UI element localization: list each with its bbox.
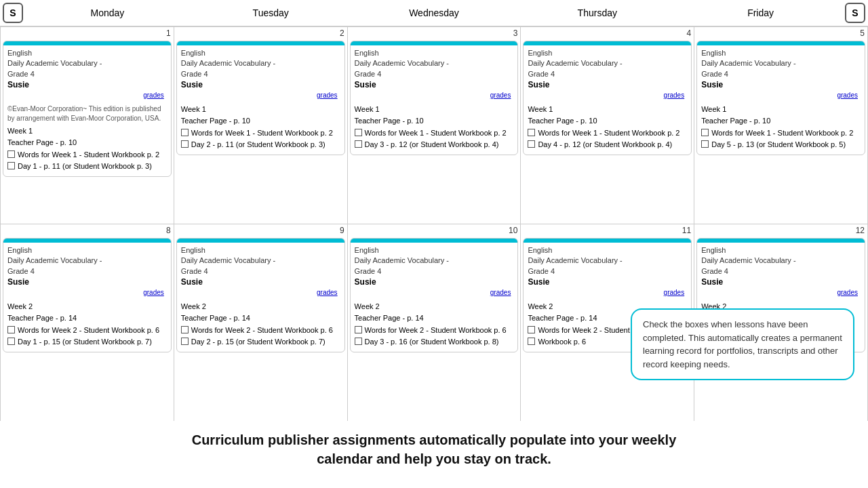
day-cell-1: 1EnglishDaily Academic Vocabulary -Grade…	[0, 27, 174, 224]
week-label: Week 1	[7, 126, 167, 136]
item-label: Day 1 - p. 15 (or Student Workbook p. 7)	[18, 337, 152, 347]
checkbox[interactable]	[528, 140, 535, 148]
event-title-line3: Grade 4	[701, 69, 861, 79]
checkbox[interactable]	[528, 326, 535, 333]
event-body: EnglishDaily Academic Vocabulary -Grade …	[177, 243, 344, 352]
week-label: Week 1	[355, 104, 514, 115]
event-title-line1: English	[355, 48, 514, 58]
grades-link[interactable]: grades	[181, 288, 340, 299]
item-label: Day 2 - p. 15 (or Student Workbook p. 7)	[191, 337, 326, 347]
checkbox[interactable]	[701, 129, 709, 136]
event-item-1: Day 2 - p. 11 (or Student Workbook p. 3)	[181, 140, 340, 150]
grades-link[interactable]: grades	[7, 288, 167, 299]
event-title-line1: English	[181, 48, 340, 58]
event-title-line2: Daily Academic Vocabulary -	[7, 256, 167, 266]
event-item-0: Words for Week 2 - Student Workbook p. 6	[181, 325, 340, 336]
checkbox[interactable]	[7, 338, 15, 345]
grades-link[interactable]: grades	[355, 91, 514, 102]
grades-link[interactable]: grades	[7, 91, 167, 102]
grades-link[interactable]: grades	[528, 91, 687, 102]
item-label: Day 3 - p. 12 (or Student Workbook p. 4)	[365, 140, 499, 150]
checkbox[interactable]	[355, 129, 362, 136]
checkbox[interactable]	[181, 129, 189, 136]
copyright-text: ©Evan-Moor Corporation~ This edition is …	[7, 104, 167, 123]
item-label: Words for Week 1 - Student Workbook p. 2	[711, 128, 853, 138]
event-title-line3: Grade 4	[701, 266, 861, 277]
item-label: Words for Week 1 - Student Workbook p. 2	[365, 128, 507, 138]
day-cell-11: 11EnglishDaily Academic Vocabulary -Grad…	[521, 224, 694, 421]
checkbox[interactable]	[528, 129, 535, 136]
s-button-right[interactable]: S	[845, 3, 865, 23]
event-student: Susie	[355, 277, 514, 288]
checkbox[interactable]	[7, 326, 15, 333]
event-item-1: Day 1 - p. 11 (or Student Workbook p. 3)	[7, 161, 167, 171]
event-item-0: Words for Week 2 - Student Workbook p. 6	[701, 325, 861, 336]
event-item-1: Workbook p. 6	[701, 337, 861, 347]
teacher-label: Teacher Page - p. 10	[181, 116, 340, 126]
grades-link[interactable]: grades	[181, 91, 340, 102]
grades-link[interactable]: grades	[528, 288, 687, 299]
checkbox[interactable]	[355, 338, 362, 345]
event-title-line3: Grade 4	[7, 69, 167, 79]
teacher-label: Teacher Page - p. 10	[355, 116, 514, 126]
grades-link[interactable]: grades	[355, 288, 514, 299]
item-label: Day 2 - p. 11 (or Student Workbook p. 3)	[191, 140, 326, 150]
s-button-left[interactable]: S	[3, 3, 23, 23]
event-body: EnglishDaily Academic Vocabulary -Grade …	[524, 45, 691, 155]
item-label: Words for Week 2 - Student Workbook p. 6	[191, 325, 333, 336]
event-title-line1: English	[7, 48, 167, 58]
checkbox[interactable]	[701, 326, 709, 333]
event-title-line2: Daily Academic Vocabulary -	[7, 58, 167, 68]
teacher-label: Teacher Page - p. 10	[528, 116, 687, 126]
item-label: Words for Week 2 - Student Workbook p. 6	[711, 325, 853, 336]
grades-link[interactable]: grades	[701, 91, 861, 102]
event-title-line3: Grade 4	[181, 266, 340, 277]
event-title-line2: Daily Academic Vocabulary -	[355, 58, 514, 68]
event-title-line2: Daily Academic Vocabulary -	[181, 58, 340, 68]
event-title-line2: Daily Academic Vocabulary -	[181, 256, 340, 266]
event-student: Susie	[355, 79, 514, 91]
calendar-week-2: 8EnglishDaily Academic Vocabulary -Grade…	[0, 224, 868, 421]
checkbox[interactable]	[181, 338, 189, 345]
checkbox[interactable]	[355, 326, 362, 333]
event-student: Susie	[528, 79, 687, 91]
event-card: EnglishDaily Academic Vocabulary -Grade …	[696, 238, 865, 352]
event-body: EnglishDaily Academic Vocabulary -Grade …	[351, 45, 518, 155]
grades-link[interactable]: grades	[701, 288, 861, 299]
checkbox[interactable]	[181, 140, 189, 148]
day-cell-10: 10EnglishDaily Academic Vocabulary -Grad…	[348, 224, 521, 421]
week-label: Week 1	[701, 104, 861, 115]
checkbox[interactable]	[181, 326, 189, 333]
checkbox[interactable]	[7, 162, 15, 169]
checkbox[interactable]	[355, 140, 362, 148]
event-card: EnglishDaily Academic Vocabulary -Grade …	[3, 41, 172, 177]
item-label: Day 3 - p. 16 (or Student Workbook p. 8)	[365, 337, 499, 347]
day-number: 9	[174, 224, 347, 237]
event-student: Susie	[181, 79, 340, 91]
event-student: Susie	[7, 277, 167, 288]
event-item-1: Day 1 - p. 15 (or Student Workbook p. 7)	[7, 337, 167, 347]
event-title-line2: Daily Academic Vocabulary -	[701, 58, 861, 68]
day-number: 10	[348, 224, 521, 237]
day-number: 12	[694, 224, 867, 237]
event-title-line1: English	[528, 245, 687, 256]
day-header-thursday: Thursday	[515, 2, 679, 24]
checkbox[interactable]	[7, 150, 15, 158]
calendar-container: S Monday Tuesday Wednesday Thursday Frid…	[0, 0, 868, 421]
event-item-1: Day 5 - p. 13 (or Student Workbook p. 5)	[701, 140, 861, 150]
checkbox[interactable]	[701, 140, 709, 148]
event-card: EnglishDaily Academic Vocabulary -Grade …	[350, 238, 519, 352]
day-cell-8: 8EnglishDaily Academic Vocabulary -Grade…	[0, 224, 174, 421]
event-title-line1: English	[701, 245, 861, 256]
event-card: EnglishDaily Academic Vocabulary -Grade …	[176, 41, 345, 155]
checkbox[interactable]	[528, 338, 535, 345]
event-title-line3: Grade 4	[528, 69, 687, 79]
event-card: EnglishDaily Academic Vocabulary -Grade …	[350, 41, 519, 155]
event-title-line1: English	[181, 245, 340, 256]
event-title-line2: Daily Academic Vocabulary -	[528, 256, 687, 266]
event-card: EnglishDaily Academic Vocabulary -Grade …	[523, 238, 692, 352]
event-title-line1: English	[528, 48, 687, 58]
checkbox[interactable]	[701, 338, 709, 345]
event-item-1: Day 4 - p. 12 (or Student Workbook p. 4)	[528, 140, 687, 150]
teacher-label: Teacher Page - p. 10	[7, 138, 167, 148]
